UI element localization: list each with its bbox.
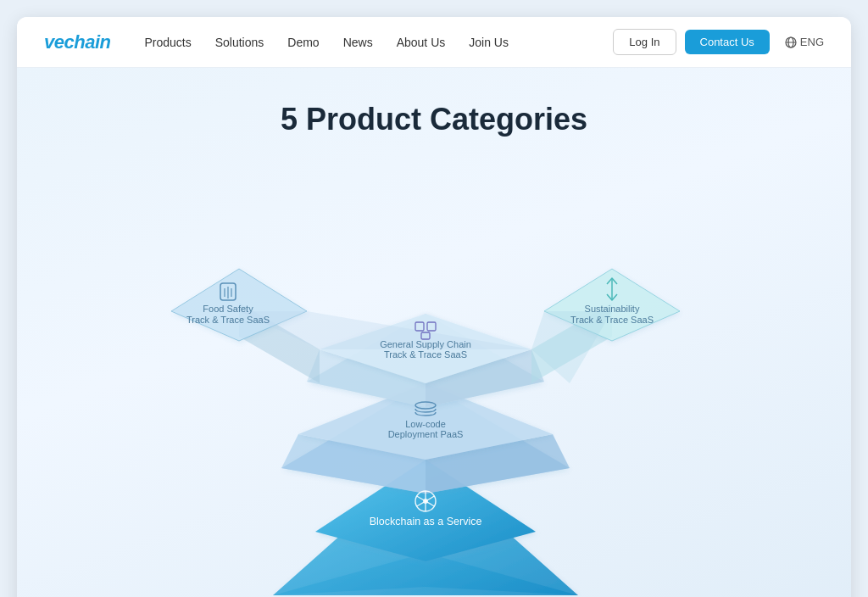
logo[interactable]: vechain: [44, 31, 110, 53]
nav-demo[interactable]: Demo: [287, 36, 319, 49]
page-wrapper: vechain Products Solutions Demo News Abo…: [17, 17, 851, 597]
svg-text:Sustainability: Sustainability: [585, 304, 640, 314]
svg-text:Food Safety: Food Safety: [203, 304, 253, 314]
navbar: vechain Products Solutions Demo News Abo…: [17, 17, 851, 68]
nav-links: Products Solutions Demo News About Us Jo…: [144, 35, 613, 50]
svg-point-44: [423, 499, 428, 504]
svg-text:Track & Trace SaaS: Track & Trace SaaS: [570, 315, 654, 325]
svg-text:Track & Trace SaaS: Track & Trace SaaS: [384, 349, 467, 360]
svg-text:Low-code: Low-code: [405, 419, 446, 429]
nav-about[interactable]: About Us: [397, 36, 446, 49]
nav-actions: Log In Contact Us ENG: [613, 29, 824, 55]
main-content: 5 Product Categories: [17, 68, 851, 597]
svg-text:Blockchain as a Service: Blockchain as a Service: [370, 516, 482, 527]
product-diagram: Food Safety Track & Trace SaaS Sustainab…: [137, 180, 731, 587]
svg-text:Deployment PaaS: Deployment PaaS: [388, 429, 464, 439]
pyramid-svg: Food Safety Track & Trace SaaS Sustainab…: [137, 180, 714, 595]
nav-products[interactable]: Products: [144, 36, 191, 49]
svg-text:General Supply Chain: General Supply Chain: [380, 339, 471, 349]
language-selector[interactable]: ENG: [785, 36, 824, 48]
page-title: 5 Product Categories: [281, 102, 587, 137]
nav-solutions[interactable]: Solutions: [215, 36, 264, 49]
nav-join[interactable]: Join Us: [469, 36, 509, 49]
nav-news[interactable]: News: [343, 36, 373, 49]
lang-label: ENG: [800, 36, 824, 48]
globe-icon: [785, 36, 797, 48]
contact-button[interactable]: Contact Us: [685, 30, 770, 54]
svg-text:Track & Trace SaaS: Track & Trace SaaS: [186, 315, 270, 325]
login-button[interactable]: Log In: [613, 29, 676, 55]
